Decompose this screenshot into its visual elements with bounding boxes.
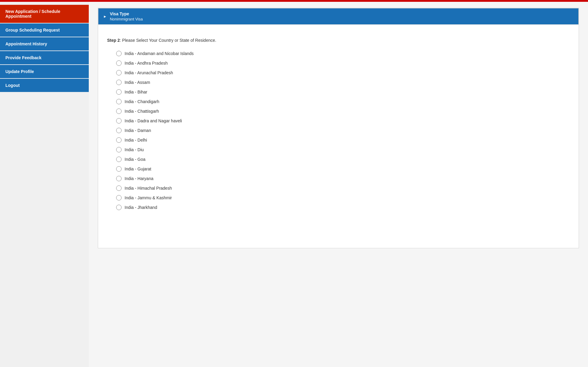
country-label[interactable]: India - Arunachal Pradesh <box>125 70 173 75</box>
country-label[interactable]: India - Delhi <box>125 138 147 142</box>
country-label[interactable]: India - Jammu & Kashmir <box>125 195 172 200</box>
country-radio-14[interactable] <box>116 185 122 191</box>
country-radio-0[interactable] <box>116 51 122 56</box>
country-radio-13[interactable] <box>116 176 122 181</box>
country-radio-4[interactable] <box>116 89 122 95</box>
list-item: India - Assam <box>107 78 570 87</box>
list-item: India - Daman <box>107 126 570 135</box>
list-item: India - Diu <box>107 145 570 154</box>
options-list: India - Andaman and Nicobar IslandsIndia… <box>107 49 570 212</box>
country-radio-8[interactable] <box>116 128 122 133</box>
sidebar-item-update-profile[interactable]: Update Profile <box>0 65 89 78</box>
country-radio-6[interactable] <box>116 109 122 114</box>
list-item: India - Dadra and Nagar haveli <box>107 116 570 126</box>
country-label[interactable]: India - Dadra and Nagar haveli <box>125 118 182 123</box>
sidebar-item-appointment-history[interactable]: Appointment History <box>0 37 89 50</box>
list-item: India - Andhra Pradesh <box>107 58 570 68</box>
country-radio-9[interactable] <box>116 137 122 143</box>
visa-type-label: Visa Type <box>110 11 143 16</box>
country-radio-15[interactable] <box>116 195 122 200</box>
main-content: ► Visa Type Nonimmigrant Visa Step 2: Pl… <box>89 2 588 367</box>
list-item: India - Bihar <box>107 87 570 97</box>
visa-type-bar: ► Visa Type Nonimmigrant Visa <box>98 8 579 25</box>
visa-type-value: Nonimmigrant Visa <box>110 17 143 21</box>
list-item: India - Jammu & Kashmir <box>107 193 570 203</box>
country-label[interactable]: India - Gujarat <box>125 167 151 171</box>
list-item: India - Chandigarh <box>107 97 570 106</box>
country-radio-11[interactable] <box>116 157 122 162</box>
sidebar-item-logout[interactable]: Logout <box>0 79 89 92</box>
list-item: India - Jharkhand <box>107 203 570 212</box>
country-radio-12[interactable] <box>116 166 122 172</box>
country-radio-10[interactable] <box>116 147 122 152</box>
country-radio-2[interactable] <box>116 70 122 75</box>
country-label[interactable]: India - Jharkhand <box>125 205 157 210</box>
expand-arrow-icon[interactable]: ► <box>103 14 107 19</box>
step-label: Step 2 <box>107 38 120 43</box>
content-inner: Step 2: Please Select Your Country or St… <box>98 32 579 218</box>
country-radio-5[interactable] <box>116 99 122 104</box>
sidebar: New Application / Schedule Appointment G… <box>0 2 89 367</box>
country-label[interactable]: India - Chandigarh <box>125 99 159 104</box>
country-label[interactable]: India - Assam <box>125 80 150 85</box>
list-item: India - Delhi <box>107 135 570 145</box>
country-label[interactable]: India - Chattisgarh <box>125 109 159 114</box>
list-item: India - Haryana <box>107 174 570 183</box>
country-label[interactable]: India - Diu <box>125 147 144 152</box>
country-label[interactable]: India - Andhra Pradesh <box>125 61 168 66</box>
country-label[interactable]: India - Goa <box>125 157 145 162</box>
step-instruction: Step 2: Please Select Your Country or St… <box>107 38 570 43</box>
list-item: India - Himachal Pradesh <box>107 183 570 193</box>
country-radio-7[interactable] <box>116 118 122 124</box>
sidebar-item-new-application[interactable]: New Application / Schedule Appointment <box>0 5 89 23</box>
list-item: India - Goa <box>107 154 570 164</box>
country-radio-1[interactable] <box>116 60 122 66</box>
list-item: India - Chattisgarh <box>107 106 570 116</box>
country-radio-16[interactable] <box>116 205 122 210</box>
list-item: India - Andaman and Nicobar Islands <box>107 49 570 58</box>
list-item: India - Arunachal Pradesh <box>107 68 570 78</box>
sidebar-item-group-scheduling[interactable]: Group Scheduling Request <box>0 23 89 37</box>
country-radio-3[interactable] <box>116 80 122 85</box>
country-label[interactable]: India - Himachal Pradesh <box>125 186 172 191</box>
list-item: India - Gujarat <box>107 164 570 174</box>
country-label[interactable]: India - Haryana <box>125 176 153 181</box>
sidebar-item-provide-feedback[interactable]: Provide Feedback <box>0 51 89 64</box>
country-label[interactable]: India - Daman <box>125 128 151 133</box>
country-label[interactable]: India - Andaman and Nicobar Islands <box>125 51 194 56</box>
content-panel: ► Visa Type Nonimmigrant Visa Step 2: Pl… <box>98 8 579 248</box>
country-label[interactable]: India - Bihar <box>125 90 147 94</box>
